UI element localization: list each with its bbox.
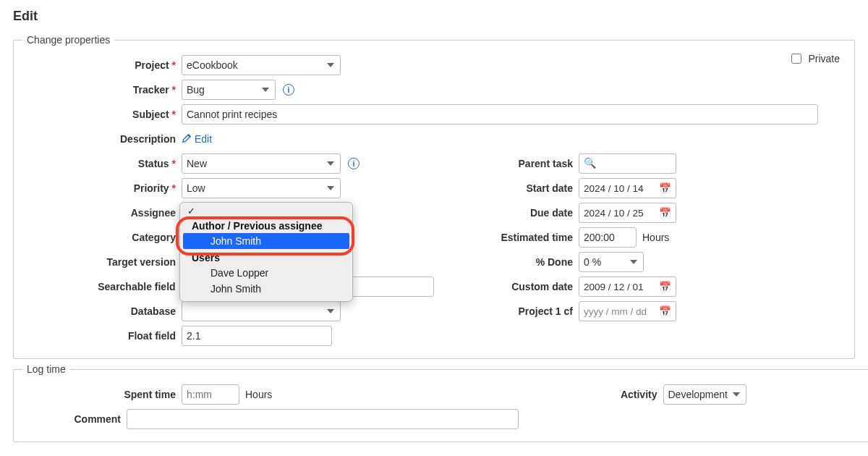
dropdown-option[interactable]: Dave Lopper	[180, 265, 352, 281]
start-date-input[interactable]: 2024 / 10 / 14📅	[579, 178, 676, 198]
project-select[interactable]: eCookbook	[182, 55, 341, 75]
activity-select[interactable]: Development	[663, 384, 746, 405]
label-float-field: Float field	[22, 330, 182, 342]
label-project: Project *	[22, 59, 182, 71]
label-activity: Activity	[519, 389, 663, 400]
database-select[interactable]	[182, 301, 341, 321]
label-project1cf: Project 1 cf	[434, 305, 579, 317]
calendar-icon: 📅	[659, 281, 671, 292]
label-subject: Subject *	[22, 109, 182, 120]
label-estimated-time: Estimated time	[434, 232, 579, 243]
label-start-date: Start date	[434, 182, 579, 194]
dropdown-option[interactable]: John Smith	[183, 233, 349, 249]
hours-suffix: Hours	[642, 232, 669, 243]
private-checkbox-wrap: Private	[788, 51, 840, 66]
tracker-select[interactable]: Bug	[182, 80, 276, 100]
status-select[interactable]: New	[182, 153, 341, 174]
label-status: Status *	[22, 158, 182, 169]
spent-time-input[interactable]	[182, 384, 239, 405]
hours-suffix: Hours	[245, 389, 272, 400]
percent-done-select[interactable]: 0 %	[579, 252, 644, 272]
page-title: Edit	[13, 9, 855, 24]
info-icon[interactable]: i	[348, 158, 359, 169]
assignee-dropdown-popup[interactable]: ✓ Author / Previous assignee John Smith …	[179, 202, 353, 302]
fieldset-log-time: Log time Spent time Hours Comment Activi…	[13, 363, 868, 442]
private-label: Private	[808, 53, 840, 64]
custom-date-input[interactable]: 2009 / 12 / 01📅	[579, 276, 676, 297]
label-searchable-field: Searchable field	[22, 281, 182, 292]
label-custom-date: Custom date	[434, 281, 579, 292]
private-checkbox[interactable]	[791, 54, 801, 64]
parent-task-input[interactable]: 🔍	[579, 153, 676, 174]
fieldset-change-properties: Change properties Private Project * eCoo…	[13, 34, 855, 359]
label-parent-task: Parent task	[434, 158, 579, 169]
label-assignee: Assignee	[22, 207, 182, 219]
comment-input[interactable]	[127, 409, 518, 429]
float-field-input[interactable]	[182, 326, 332, 346]
due-date-input[interactable]: 2024 / 10 / 25📅	[579, 203, 676, 223]
info-icon[interactable]: i	[283, 84, 294, 96]
label-target-version: Target version	[22, 256, 182, 268]
legend-log-time: Log time	[22, 363, 70, 375]
label-percent-done: % Done	[434, 256, 579, 268]
project1cf-input[interactable]: yyyy / mm / dd📅	[579, 301, 676, 321]
dropdown-checked-row[interactable]: ✓	[180, 206, 352, 217]
label-comment: Comment	[22, 413, 127, 425]
subject-input[interactable]	[182, 104, 818, 124]
label-spent-time: Spent time	[22, 389, 182, 400]
calendar-icon: 📅	[659, 207, 671, 219]
pencil-icon	[182, 133, 192, 145]
description-edit-link[interactable]: Edit	[182, 133, 212, 145]
label-database: Database	[22, 305, 182, 317]
calendar-icon: 📅	[659, 182, 671, 194]
dropdown-group-header: Author / Previous assignee	[180, 217, 352, 233]
label-priority: Priority *	[22, 182, 182, 194]
dropdown-option[interactable]: John Smith	[180, 281, 352, 297]
label-due-date: Due date	[434, 207, 579, 219]
label-category: Category	[22, 232, 182, 243]
label-description: Description	[22, 133, 182, 145]
calendar-icon: 📅	[659, 305, 671, 317]
label-tracker: Tracker *	[22, 84, 182, 96]
search-icon: 🔍	[584, 157, 596, 169]
legend-change-properties: Change properties	[22, 34, 114, 46]
estimated-time-input[interactable]	[579, 227, 637, 248]
dropdown-group-header: Users	[180, 249, 352, 265]
priority-select[interactable]: Low	[182, 178, 341, 198]
